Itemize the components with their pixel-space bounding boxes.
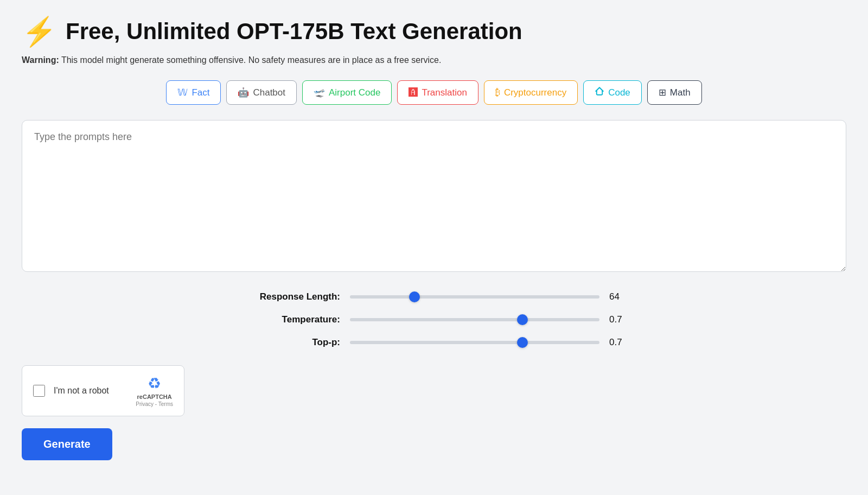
page-title: Free, Unlimited OPT-175B Text Generation — [66, 18, 522, 45]
tab-airport[interactable]: 🛫 Airport Code — [302, 80, 392, 105]
tab-translation[interactable]: 🅰 Translation — [397, 80, 478, 105]
response-length-label: Response Length: — [232, 291, 340, 302]
temperature-row: Temperature: 0.7 — [22, 314, 846, 325]
temperature-label: Temperature: — [232, 314, 340, 325]
prompt-input[interactable] — [22, 120, 846, 272]
captcha-checkbox[interactable] — [33, 385, 45, 397]
tabs-container: 𝕎 Fact 🤖 Chatbot 🛫 Airport Code 🅰 Transl… — [22, 80, 846, 105]
code-icon — [595, 86, 604, 99]
tab-crypto-label: Cryptocurrency — [504, 87, 566, 98]
captcha-logo: ♻ reCAPTCHA Privacy - Terms — [136, 375, 173, 407]
warning-body: This model might generate something offe… — [61, 55, 442, 65]
tab-cryptocurrency[interactable]: ₿ Cryptocurrency — [484, 80, 578, 105]
topp-row: Top-p: 0.7 — [22, 337, 846, 348]
warning-message: Warning: This model might generate somet… — [22, 55, 846, 65]
crypto-icon: ₿ — [495, 87, 500, 98]
tab-fact[interactable]: 𝕎 Fact — [166, 80, 221, 105]
captcha-label: I'm not a robot — [54, 386, 127, 396]
tab-code-label: Code — [608, 87, 630, 98]
math-icon: ⊞ — [659, 87, 666, 98]
response-length-value: 64 — [609, 291, 636, 302]
generate-button[interactable]: Generate — [22, 428, 112, 460]
tab-airport-label: Airport Code — [329, 87, 380, 98]
captcha-sub: Privacy - Terms — [136, 401, 173, 407]
topp-value: 0.7 — [609, 337, 636, 348]
response-length-row: Response Length: 64 — [22, 291, 846, 302]
recaptcha-icon: ♻ — [148, 375, 161, 392]
captcha-brand: reCAPTCHA — [137, 394, 172, 400]
tab-chatbot[interactable]: 🤖 Chatbot — [226, 80, 297, 105]
temperature-value: 0.7 — [609, 314, 636, 325]
sliders-section: Response Length: 64 Temperature: 0.7 Top… — [22, 291, 846, 348]
topp-slider[interactable] — [350, 341, 599, 344]
translation-icon: 🅰 — [409, 87, 418, 98]
tab-chatbot-label: Chatbot — [253, 87, 285, 98]
page-header: ⚡ Free, Unlimited OPT-175B Text Generati… — [22, 17, 846, 46]
tab-translation-label: Translation — [422, 87, 467, 98]
lightning-icon: ⚡ — [22, 17, 57, 46]
topp-label: Top-p: — [232, 337, 340, 348]
tab-fact-label: Fact — [192, 87, 209, 98]
captcha-widget: I'm not a robot ♻ reCAPTCHA Privacy - Te… — [22, 365, 184, 416]
chatbot-icon: 🤖 — [238, 87, 249, 98]
fact-icon: 𝕎 — [177, 87, 188, 98]
tab-math-label: Math — [670, 87, 691, 98]
airport-icon: 🛫 — [314, 87, 325, 98]
temperature-slider[interactable] — [350, 318, 599, 321]
tab-code[interactable]: Code — [583, 80, 642, 105]
warning-bold: Warning: — [22, 55, 59, 65]
response-length-slider[interactable] — [350, 295, 599, 299]
tab-math[interactable]: ⊞ Math — [647, 80, 702, 105]
